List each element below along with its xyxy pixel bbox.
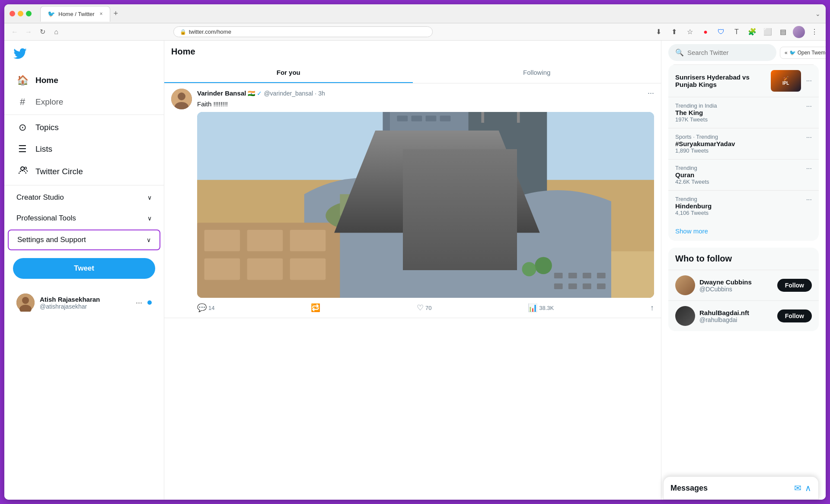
extension-icon[interactable]: 🧩 <box>746 26 758 38</box>
sidebar-section-professional-tools[interactable]: Professional Tools ∨ <box>8 209 160 228</box>
puzzle-icon[interactable]: ⬜ <box>762 26 774 38</box>
retweet-action[interactable]: 🔁 <box>311 303 320 313</box>
sidebar-label-home: Home <box>35 76 58 85</box>
compose-message-icon[interactable]: ✉ <box>794 483 801 493</box>
show-more-link[interactable]: Show more <box>668 221 819 241</box>
search-icon: 🔍 <box>675 48 684 57</box>
download-icon[interactable]: ⬇ <box>653 26 665 38</box>
twemex-button[interactable]: « 🐦 Open Twemex <box>780 47 826 59</box>
tweet-author-avatar[interactable] <box>171 89 192 109</box>
follow-button-dwayne[interactable]: Follow <box>777 279 812 292</box>
tweet-image[interactable] <box>197 112 654 298</box>
sidebar-section-settings-support[interactable]: Settings and Support ∨ <box>9 230 160 249</box>
forward-button[interactable]: → <box>23 28 34 36</box>
follow-button-rahul[interactable]: Follow <box>777 309 812 322</box>
share-icon: ↑ <box>650 303 654 313</box>
trending-topic-2: #SuryakumarYadav <box>675 140 806 147</box>
analytics-action[interactable]: 📊 38.3K <box>528 303 554 313</box>
url-bar[interactable]: 🔒 twitter.com/home <box>173 26 433 37</box>
sidebar: 🏠 Home # Explore ⊙ Topics ☰ Lists <box>4 41 164 500</box>
window-collapse-icon[interactable]: ⌄ <box>815 10 820 17</box>
tab-for-you[interactable]: For you <box>164 63 413 83</box>
bookmark-icon[interactable]: ☆ <box>684 26 696 38</box>
shield-icon[interactable]: 🛡 <box>715 26 727 38</box>
trending-more-icon-2[interactable]: ··· <box>806 134 812 141</box>
svg-rect-30 <box>204 258 240 280</box>
topics-icon: ⊙ <box>16 122 29 133</box>
sidebar-item-explore[interactable]: # Explore <box>8 92 160 112</box>
trending-more-icon-3[interactable]: ··· <box>806 165 812 172</box>
svg-point-6 <box>178 93 185 100</box>
reload-button[interactable]: ↻ <box>37 28 48 36</box>
professional-tools-label: Professional Tools <box>16 214 76 223</box>
svg-rect-31 <box>247 258 283 280</box>
feed-header: Home For you Following <box>164 41 661 83</box>
browser-tab[interactable]: 🐦 Home / Twitter × <box>40 6 110 22</box>
like-action[interactable]: ♡ 70 <box>417 303 431 313</box>
maximize-button[interactable] <box>26 11 32 16</box>
minimize-button[interactable] <box>18 11 23 16</box>
home-button[interactable]: ⌂ <box>51 28 61 36</box>
follow-item-rahul: RahulBagdai.nft @rahulbagdai Follow <box>668 300 819 331</box>
tweet-actions: 💬 14 🔁 ♡ 70 📊 38.3K <box>197 303 654 313</box>
ipl-text: Sunrisers Hyderabad vs Punjab Kings <box>675 73 766 88</box>
svg-point-73 <box>535 257 552 274</box>
share-icon[interactable]: ⬆ <box>668 26 680 38</box>
tweet-header: Varinder Bansal 🇮🇳 ✓ @varinder_bansal · … <box>197 89 654 98</box>
menu-icon[interactable]: ⋮ <box>808 26 820 38</box>
sidebar-item-lists[interactable]: ☰ Lists <box>8 139 160 159</box>
sidebar-toggle-icon[interactable]: ▤ <box>777 26 789 38</box>
profile-info: Atish Rajasekharan @atishrajasekhar <box>40 296 131 310</box>
analytics-icon: 📊 <box>528 303 537 313</box>
svg-rect-27 <box>204 230 240 252</box>
sidebar-item-home[interactable]: 🏠 Home <box>8 70 160 90</box>
svg-rect-32 <box>290 258 326 280</box>
browser-avatar[interactable] <box>793 26 805 38</box>
tab-following[interactable]: Following <box>413 63 661 83</box>
profile-more-icon[interactable]: ··· <box>136 298 142 307</box>
trending-item-left: Trending in India The King 197K Tweets <box>675 102 806 123</box>
sidebar-label-lists: Lists <box>35 144 52 154</box>
twemex-arrow-icon: « <box>785 50 788 56</box>
search-input-wrap[interactable]: 🔍 <box>668 44 776 61</box>
home-icon: 🏠 <box>16 75 29 86</box>
back-button[interactable]: ← <box>10 28 20 36</box>
sidebar-profile[interactable]: Atish Rajasekharan @atishrajasekhar ··· <box>8 289 160 316</box>
sidebar-item-twitter-circle[interactable]: Twitter Circle <box>8 161 160 182</box>
tweet-author-name[interactable]: Varinder Bansal <box>197 89 246 97</box>
trending-count-4: 4,106 Tweets <box>675 210 806 216</box>
svg-rect-68 <box>597 273 606 278</box>
creator-studio-label: Creator Studio <box>16 193 64 202</box>
new-tab-button[interactable]: + <box>114 9 118 18</box>
tweet-button[interactable]: Tweet <box>13 258 155 279</box>
trending-item-hindenburg[interactable]: Trending Hindenburg 4,106 Tweets ··· <box>668 190 819 221</box>
share-action[interactable]: ↑ <box>650 303 654 313</box>
svg-point-0 <box>21 167 24 170</box>
twitter-logo[interactable] <box>4 41 164 70</box>
tweet-more-icon[interactable]: ··· <box>648 89 654 98</box>
twemex-bird-icon: 🐦 <box>789 50 796 56</box>
trending-more-icon-1[interactable]: ··· <box>806 102 812 110</box>
search-input[interactable] <box>687 49 769 56</box>
trending-item-the-king[interactable]: Trending in India The King 197K Tweets ·… <box>668 97 819 128</box>
trending-more-icon-4[interactable]: ··· <box>806 196 812 204</box>
translate-icon[interactable]: T <box>731 26 743 38</box>
svg-rect-21 <box>397 116 408 121</box>
close-button[interactable] <box>10 11 15 16</box>
like-icon: ♡ <box>417 303 424 313</box>
trending-item-quran[interactable]: Trending Quran 42.6K Tweets ··· <box>668 159 819 190</box>
tab-close-icon[interactable]: × <box>100 11 103 17</box>
ipl-image: 🏏IPL <box>771 70 801 92</box>
tweet-author-handle[interactable]: @varinder_bansal <box>264 90 313 97</box>
trending-category-3: Trending <box>675 165 806 171</box>
ipl-more-icon[interactable]: ··· <box>806 77 812 85</box>
tab-favicon-icon: 🐦 <box>48 10 55 17</box>
sidebar-item-topics[interactable]: ⊙ Topics <box>8 118 160 137</box>
collapse-messages-icon[interactable]: ∧ <box>805 483 811 493</box>
opera-icon[interactable]: ● <box>699 26 712 38</box>
reply-action[interactable]: 💬 14 <box>197 303 214 313</box>
sidebar-section-creator-studio[interactable]: Creator Studio ∨ <box>8 188 160 207</box>
feed-title: Home <box>164 41 661 63</box>
trending-item-suryakumar[interactable]: Sports · Trending #SuryakumarYadav 1,890… <box>668 128 819 159</box>
ipl-banner[interactable]: Sunrisers Hyderabad vs Punjab Kings 🏏IPL… <box>668 64 819 97</box>
